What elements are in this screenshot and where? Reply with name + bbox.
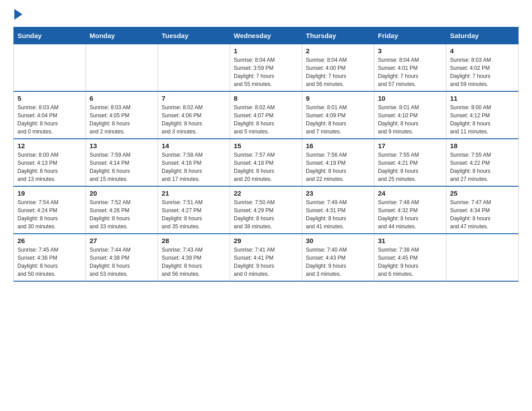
col-saturday: Saturday — [446, 27, 519, 44]
day-number: 21 — [162, 189, 226, 197]
day-number: 1 — [234, 47, 298, 55]
calendar-day-cell: 17Sunrise: 7:55 AMSunset: 4:21 PMDayligh… — [374, 139, 446, 186]
calendar-day-cell: 30Sunrise: 7:40 AMSunset: 4:43 PMDayligh… — [302, 234, 374, 281]
day-number: 5 — [17, 94, 82, 102]
day-info: Sunrise: 8:00 AMSunset: 4:12 PMDaylight:… — [450, 103, 515, 136]
calendar-day-cell: 12Sunrise: 8:00 AMSunset: 4:13 PMDayligh… — [14, 139, 86, 186]
day-number: 12 — [17, 142, 82, 150]
col-wednesday: Wednesday — [230, 27, 302, 44]
calendar-day-cell — [446, 234, 519, 281]
page-header — [13, 9, 519, 20]
calendar-day-cell: 5Sunrise: 8:03 AMSunset: 4:04 PMDaylight… — [14, 91, 86, 139]
calendar-week-row: 5Sunrise: 8:03 AMSunset: 4:04 PMDaylight… — [14, 91, 519, 139]
day-info: Sunrise: 7:41 AMSunset: 4:41 PMDaylight:… — [234, 246, 298, 278]
day-info: Sunrise: 8:03 AMSunset: 4:04 PMDaylight:… — [17, 103, 82, 136]
day-number: 20 — [90, 189, 154, 197]
day-info: Sunrise: 7:51 AMSunset: 4:27 PMDaylight:… — [162, 198, 226, 231]
day-info: Sunrise: 7:47 AMSunset: 4:34 PMDaylight:… — [450, 198, 515, 231]
day-info: Sunrise: 8:01 AMSunset: 4:10 PMDaylight:… — [378, 103, 442, 136]
day-number: 30 — [306, 237, 370, 244]
calendar-week-row: 12Sunrise: 8:00 AMSunset: 4:13 PMDayligh… — [14, 139, 519, 186]
calendar-day-cell: 3Sunrise: 8:04 AMSunset: 4:01 PMDaylight… — [374, 44, 446, 92]
day-info: Sunrise: 8:03 AMSunset: 4:05 PMDaylight:… — [90, 103, 154, 136]
day-number: 15 — [234, 142, 298, 150]
day-number: 6 — [90, 94, 154, 102]
day-info: Sunrise: 7:55 AMSunset: 4:22 PMDaylight:… — [450, 151, 515, 183]
col-thursday: Thursday — [302, 27, 374, 44]
day-number: 29 — [234, 237, 298, 244]
calendar-day-cell: 25Sunrise: 7:47 AMSunset: 4:34 PMDayligh… — [446, 186, 519, 234]
day-number: 28 — [162, 237, 226, 244]
day-info: Sunrise: 7:38 AMSunset: 4:45 PMDaylight:… — [378, 246, 442, 278]
day-info: Sunrise: 8:02 AMSunset: 4:07 PMDaylight:… — [234, 103, 298, 136]
calendar-day-cell: 10Sunrise: 8:01 AMSunset: 4:10 PMDayligh… — [374, 91, 446, 139]
day-info: Sunrise: 8:02 AMSunset: 4:06 PMDaylight:… — [162, 103, 226, 136]
day-info: Sunrise: 7:56 AMSunset: 4:19 PMDaylight:… — [306, 151, 370, 183]
col-tuesday: Tuesday — [158, 27, 230, 44]
calendar-week-row: 19Sunrise: 7:54 AMSunset: 4:24 PMDayligh… — [14, 186, 519, 234]
calendar-day-cell: 31Sunrise: 7:38 AMSunset: 4:45 PMDayligh… — [374, 234, 446, 281]
day-number: 18 — [450, 142, 515, 150]
calendar-day-cell: 28Sunrise: 7:43 AMSunset: 4:39 PMDayligh… — [158, 234, 230, 281]
day-info: Sunrise: 7:44 AMSunset: 4:38 PMDaylight:… — [90, 246, 154, 278]
day-info: Sunrise: 7:58 AMSunset: 4:16 PMDaylight:… — [162, 151, 226, 183]
day-number: 3 — [378, 47, 442, 55]
col-sunday: Sunday — [14, 27, 86, 44]
calendar-day-cell: 6Sunrise: 8:03 AMSunset: 4:05 PMDaylight… — [86, 91, 158, 139]
calendar-day-cell: 8Sunrise: 8:02 AMSunset: 4:07 PMDaylight… — [230, 91, 302, 139]
day-number: 11 — [450, 94, 515, 102]
calendar-day-cell: 14Sunrise: 7:58 AMSunset: 4:16 PMDayligh… — [158, 139, 230, 186]
calendar-day-cell: 18Sunrise: 7:55 AMSunset: 4:22 PMDayligh… — [446, 139, 519, 186]
day-number: 2 — [306, 47, 370, 55]
calendar-day-cell: 19Sunrise: 7:54 AMSunset: 4:24 PMDayligh… — [14, 186, 86, 234]
calendar-table: Sunday Monday Tuesday Wednesday Thursday… — [13, 27, 519, 282]
logo — [13, 9, 22, 20]
day-number: 4 — [450, 47, 515, 55]
day-number: 8 — [234, 94, 298, 102]
day-number: 7 — [162, 94, 226, 102]
calendar-header-row: Sunday Monday Tuesday Wednesday Thursday… — [14, 27, 519, 44]
day-info: Sunrise: 7:49 AMSunset: 4:31 PMDaylight:… — [306, 198, 370, 231]
day-number: 24 — [378, 189, 442, 197]
day-info: Sunrise: 8:01 AMSunset: 4:09 PMDaylight:… — [306, 103, 370, 136]
col-monday: Monday — [86, 27, 158, 44]
day-info: Sunrise: 8:04 AMSunset: 4:00 PMDaylight:… — [306, 56, 370, 88]
logo-triangle-icon — [14, 9, 22, 20]
day-number: 13 — [90, 142, 154, 150]
calendar-day-cell: 4Sunrise: 8:03 AMSunset: 4:02 PMDaylight… — [446, 44, 519, 92]
calendar-day-cell: 16Sunrise: 7:56 AMSunset: 4:19 PMDayligh… — [302, 139, 374, 186]
day-number: 9 — [306, 94, 370, 102]
calendar-day-cell — [86, 44, 158, 92]
calendar-day-cell: 22Sunrise: 7:50 AMSunset: 4:29 PMDayligh… — [230, 186, 302, 234]
calendar-day-cell: 15Sunrise: 7:57 AMSunset: 4:18 PMDayligh… — [230, 139, 302, 186]
day-number: 25 — [450, 189, 515, 197]
day-number: 27 — [90, 237, 154, 244]
day-info: Sunrise: 7:40 AMSunset: 4:43 PMDaylight:… — [306, 246, 370, 278]
day-info: Sunrise: 7:48 AMSunset: 4:32 PMDaylight:… — [378, 198, 442, 231]
day-info: Sunrise: 8:04 AMSunset: 3:59 PMDaylight:… — [234, 56, 298, 88]
day-info: Sunrise: 7:59 AMSunset: 4:14 PMDaylight:… — [90, 151, 154, 183]
day-number: 22 — [234, 189, 298, 197]
calendar-day-cell: 20Sunrise: 7:52 AMSunset: 4:26 PMDayligh… — [86, 186, 158, 234]
calendar-day-cell: 27Sunrise: 7:44 AMSunset: 4:38 PMDayligh… — [86, 234, 158, 281]
day-number: 23 — [306, 189, 370, 197]
calendar-day-cell: 24Sunrise: 7:48 AMSunset: 4:32 PMDayligh… — [374, 186, 446, 234]
calendar-day-cell: 26Sunrise: 7:45 AMSunset: 4:36 PMDayligh… — [14, 234, 86, 281]
day-info: Sunrise: 8:03 AMSunset: 4:02 PMDaylight:… — [450, 56, 515, 88]
calendar-day-cell — [14, 44, 86, 92]
calendar-day-cell: 23Sunrise: 7:49 AMSunset: 4:31 PMDayligh… — [302, 186, 374, 234]
day-number: 19 — [17, 189, 82, 197]
day-number: 16 — [306, 142, 370, 150]
day-number: 14 — [162, 142, 226, 150]
col-friday: Friday — [374, 27, 446, 44]
day-info: Sunrise: 7:52 AMSunset: 4:26 PMDaylight:… — [90, 198, 154, 231]
calendar-day-cell: 13Sunrise: 7:59 AMSunset: 4:14 PMDayligh… — [86, 139, 158, 186]
calendar-week-row: 1Sunrise: 8:04 AMSunset: 3:59 PMDaylight… — [14, 44, 519, 92]
day-number: 26 — [17, 237, 82, 244]
day-info: Sunrise: 7:57 AMSunset: 4:18 PMDaylight:… — [234, 151, 298, 183]
day-info: Sunrise: 7:54 AMSunset: 4:24 PMDaylight:… — [17, 198, 82, 231]
calendar-day-cell — [158, 44, 230, 92]
calendar-day-cell: 2Sunrise: 8:04 AMSunset: 4:00 PMDaylight… — [302, 44, 374, 92]
day-info: Sunrise: 7:55 AMSunset: 4:21 PMDaylight:… — [378, 151, 442, 183]
calendar-day-cell: 29Sunrise: 7:41 AMSunset: 4:41 PMDayligh… — [230, 234, 302, 281]
